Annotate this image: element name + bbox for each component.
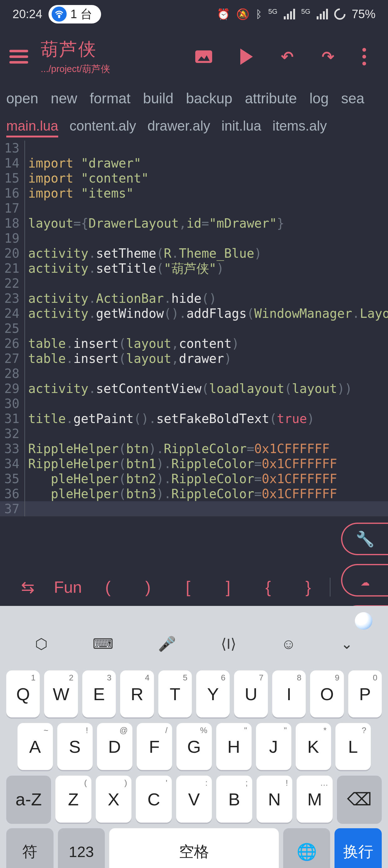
code-line[interactable]: 24activity.getWindow().addFlags(WindowMa…: [0, 306, 388, 321]
code-line[interactable]: 17: [0, 201, 388, 216]
rbrace-key[interactable]: }: [290, 578, 327, 596]
key-h[interactable]: "H: [216, 723, 252, 770]
code-content[interactable]: RippleHelper(btn1).RippleColor=0x1CFFFFF…: [25, 456, 337, 471]
mic-icon[interactable]: 🎤: [158, 636, 176, 652]
code-line[interactable]: 29activity.setContentView(loadlayout(lay…: [0, 381, 388, 396]
code-line[interactable]: 22: [0, 276, 388, 291]
key-d[interactable]: @D: [97, 723, 132, 770]
code-content[interactable]: pleHelper(btn3).RippleColor=0x1CFFFFFF: [25, 486, 337, 501]
tab-init-lua[interactable]: init.lua: [222, 118, 261, 137]
key-c[interactable]: 'C: [136, 776, 172, 823]
code-content[interactable]: table.insert(layout,drawer): [25, 351, 231, 366]
key-v[interactable]: :V: [176, 776, 212, 823]
image-icon[interactable]: [195, 48, 212, 65]
backspace-key[interactable]: ⌫: [337, 776, 382, 823]
code-content[interactable]: activity.setTitle("葫芦侠"): [25, 261, 224, 276]
code-line[interactable]: 35 pleHelper(btn2).RippleColor=0x1CFFFFF…: [0, 471, 388, 486]
fun-button[interactable]: Fun: [50, 578, 86, 596]
key-n[interactable]: !N: [257, 776, 293, 823]
code-line[interactable]: 30: [0, 396, 388, 411]
menu-sea[interactable]: sea: [341, 90, 364, 107]
code-line[interactable]: 28: [0, 366, 388, 381]
key-y[interactable]: 6Y: [196, 671, 230, 717]
menu-new[interactable]: new: [51, 90, 77, 107]
key-i[interactable]: 8I: [272, 671, 306, 717]
code-content[interactable]: [25, 141, 28, 156]
code-content[interactable]: RippleHelper(btn).RippleColor=0x1CFFFFFF: [25, 441, 329, 456]
code-content[interactable]: import "drawer": [25, 156, 141, 170]
settings-hex-icon[interactable]: ⬡: [35, 636, 47, 652]
code-content[interactable]: [25, 231, 28, 246]
key-e[interactable]: 3E: [82, 671, 116, 717]
code-content[interactable]: [25, 501, 28, 516]
chevron-down-icon[interactable]: ⌄: [341, 636, 353, 652]
menu-log[interactable]: log: [310, 90, 328, 107]
rparen-key[interactable]: ): [130, 578, 166, 596]
key-x[interactable]: )X: [96, 776, 132, 823]
key-k[interactable]: *K: [296, 723, 331, 770]
lbrace-key[interactable]: {: [250, 578, 287, 596]
key-s[interactable]: !S: [57, 723, 93, 770]
code-content[interactable]: [25, 366, 28, 381]
undo-icon[interactable]: ↶: [281, 48, 293, 65]
code-line[interactable]: 13: [0, 141, 388, 156]
code-line[interactable]: 20activity.setTheme(R.Theme_Blue): [0, 246, 388, 261]
code-content[interactable]: [25, 396, 28, 411]
code-line[interactable]: 31title.getPaint().setFakeBoldText(true): [0, 411, 388, 426]
swap-icon[interactable]: ⇆: [9, 578, 46, 596]
code-content[interactable]: pleHelper(btn2).RippleColor=0x1CFFFFFF: [25, 471, 337, 486]
lbracket-key[interactable]: [: [170, 578, 206, 596]
keyboard-mascot-icon[interactable]: [355, 612, 373, 630]
key-o[interactable]: 9O: [310, 671, 344, 717]
key-l[interactable]: ?L: [335, 723, 371, 770]
code-content[interactable]: import "content": [25, 170, 149, 186]
code-content[interactable]: [25, 201, 28, 216]
code-content[interactable]: layout={DrawerLayout,id="mDrawer"}: [25, 216, 284, 231]
code-content[interactable]: [25, 426, 28, 441]
key-r[interactable]: 4R: [120, 671, 154, 717]
lparen-key[interactable]: (: [90, 578, 126, 596]
code-content[interactable]: import "items": [25, 186, 134, 201]
code-content[interactable]: [25, 321, 28, 336]
code-line[interactable]: 19: [0, 231, 388, 246]
tab-drawer-aly[interactable]: drawer.aly: [148, 118, 210, 137]
code-line[interactable]: 36 pleHelper(btn3).RippleColor=0x1CFFFFF…: [0, 486, 388, 501]
key-u[interactable]: 7U: [234, 671, 267, 717]
shift-key[interactable]: a-Z: [6, 776, 51, 823]
key-j[interactable]: "J: [256, 723, 291, 770]
keyboard-icon[interactable]: ⌨: [93, 636, 113, 652]
code-line[interactable]: 15import "content": [0, 170, 388, 186]
menu-open[interactable]: open: [6, 90, 38, 107]
tab-main-lua[interactable]: main.lua: [6, 118, 58, 137]
code-content[interactable]: table.insert(layout,content): [25, 336, 239, 351]
symbols-key[interactable]: 符: [6, 828, 54, 868]
key-a[interactable]: ~A: [18, 723, 53, 770]
menu-backup[interactable]: backup: [186, 90, 232, 107]
key-g[interactable]: %G: [176, 723, 212, 770]
rbracket-key[interactable]: ]: [209, 578, 247, 596]
code-line[interactable]: 18layout={DrawerLayout,id="mDrawer"}: [0, 216, 388, 231]
menu-format[interactable]: format: [90, 90, 130, 107]
key-z[interactable]: (Z: [55, 776, 91, 823]
emoji-icon[interactable]: ☺: [281, 636, 296, 652]
code-content[interactable]: activity.getWindow().addFlags(WindowMana…: [25, 306, 388, 321]
code-line[interactable]: 26table.insert(layout,content): [0, 336, 388, 351]
code-line[interactable]: 27table.insert(layout,drawer): [0, 351, 388, 366]
cursor-icon[interactable]: ⟨I⟩: [221, 636, 236, 652]
code-line[interactable]: 34RippleHelper(btn1).RippleColor=0x1CFFF…: [0, 456, 388, 471]
code-line[interactable]: 37: [0, 501, 388, 516]
code-line[interactable]: 33RippleHelper(btn).RippleColor=0x1CFFFF…: [0, 441, 388, 456]
hamburger-icon[interactable]: [9, 50, 28, 64]
key-f[interactable]: /F: [137, 723, 172, 770]
code-line[interactable]: 21activity.setTitle("葫芦侠"): [0, 261, 388, 276]
key-q[interactable]: 1Q: [6, 671, 40, 717]
overflow-menu-icon[interactable]: [362, 48, 366, 65]
code-line[interactable]: 25: [0, 321, 388, 336]
key-t[interactable]: 5T: [158, 671, 192, 717]
cloud-fab[interactable]: ☁: [341, 564, 388, 596]
code-line[interactable]: 16import "items": [0, 186, 388, 201]
key-p[interactable]: 0P: [348, 671, 382, 717]
numbers-key[interactable]: 123: [58, 828, 105, 868]
redo-icon[interactable]: ↷: [322, 48, 334, 65]
code-content[interactable]: activity.setContentView(loadlayout(layou…: [25, 381, 352, 396]
